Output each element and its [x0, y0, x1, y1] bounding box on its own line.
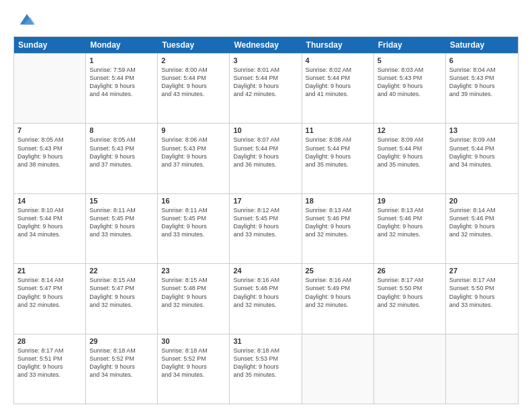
day-cell-2: 2Sunrise: 8:00 AMSunset: 5:44 PMDaylight… [158, 54, 230, 123]
day-cell-25: 25Sunrise: 8:16 AMSunset: 5:49 PMDayligh… [302, 264, 374, 333]
daylight-text-2: and 39 minutes. [449, 90, 515, 98]
sunrise-text: Sunrise: 8:08 AM [306, 136, 370, 144]
sunrise-text: Sunrise: 8:15 AM [89, 276, 154, 284]
daylight-text-1: Daylight: 9 hours [89, 363, 154, 371]
daylight-text-1: Daylight: 9 hours [233, 82, 298, 90]
sunset-text: Sunset: 5:46 PM [378, 214, 442, 222]
sunrise-text: Sunrise: 8:17 AM [17, 347, 82, 355]
sunset-text: Sunset: 5:44 PM [306, 74, 370, 82]
empty-cell [446, 334, 518, 404]
day-cell-26: 26Sunrise: 8:17 AMSunset: 5:50 PMDayligh… [374, 264, 446, 333]
daylight-text-1: Daylight: 9 hours [378, 222, 442, 230]
sunrise-text: Sunrise: 8:15 AM [161, 276, 226, 284]
sunset-text: Sunset: 5:44 PM [306, 144, 370, 152]
sunset-text: Sunset: 5:46 PM [449, 214, 515, 222]
day-number: 6 [449, 56, 515, 64]
day-number: 29 [89, 337, 154, 345]
empty-cell [302, 334, 374, 404]
daylight-text-2: and 40 minutes. [378, 90, 442, 98]
sunrise-text: Sunrise: 8:04 AM [449, 66, 515, 74]
day-cell-13: 13Sunrise: 8:09 AMSunset: 5:44 PMDayligh… [446, 124, 518, 193]
sunset-text: Sunset: 5:46 PM [306, 214, 370, 222]
daylight-text-1: Daylight: 9 hours [17, 293, 82, 301]
sunrise-text: Sunrise: 8:16 AM [306, 276, 370, 284]
sunset-text: Sunset: 5:43 PM [449, 74, 515, 82]
sunset-text: Sunset: 5:47 PM [89, 284, 154, 292]
day-cell-20: 20Sunrise: 8:14 AMSunset: 5:46 PMDayligh… [446, 194, 518, 263]
daylight-text-1: Daylight: 9 hours [306, 222, 370, 230]
daylight-text-1: Daylight: 9 hours [378, 293, 442, 301]
daylight-text-1: Daylight: 9 hours [449, 293, 515, 301]
sunset-text: Sunset: 5:43 PM [17, 144, 82, 152]
day-cell-12: 12Sunrise: 8:09 AMSunset: 5:44 PMDayligh… [374, 124, 446, 193]
daylight-text-1: Daylight: 9 hours [17, 152, 82, 161]
daylight-text-1: Daylight: 9 hours [161, 293, 226, 301]
day-number: 19 [378, 197, 442, 205]
sunrise-text: Sunrise: 8:17 AM [378, 276, 442, 284]
day-number: 23 [161, 267, 226, 275]
daylight-text-1: Daylight: 9 hours [161, 363, 226, 371]
daylight-text-2: and 38 minutes. [17, 161, 82, 169]
sunset-text: Sunset: 5:52 PM [89, 355, 154, 363]
week-row-3: 14Sunrise: 8:10 AMSunset: 5:44 PMDayligh… [14, 193, 518, 263]
day-cell-28: 28Sunrise: 8:17 AMSunset: 5:51 PMDayligh… [14, 334, 86, 404]
day-number: 24 [233, 267, 298, 275]
day-cell-21: 21Sunrise: 8:14 AMSunset: 5:47 PMDayligh… [14, 264, 86, 333]
daylight-text-2: and 37 minutes. [89, 161, 154, 169]
sunrise-text: Sunrise: 8:12 AM [233, 206, 298, 214]
daylight-text-2: and 37 minutes. [161, 161, 226, 169]
day-cell-14: 14Sunrise: 8:10 AMSunset: 5:44 PMDayligh… [14, 194, 86, 263]
day-number: 1 [89, 56, 154, 64]
sunrise-text: Sunrise: 8:02 AM [306, 66, 370, 74]
sunset-text: Sunset: 5:52 PM [161, 355, 226, 363]
daylight-text-2: and 32 minutes. [17, 301, 82, 309]
daylight-text-1: Daylight: 9 hours [17, 222, 82, 230]
sunset-text: Sunset: 5:44 PM [17, 214, 82, 222]
day-number: 11 [306, 126, 370, 134]
day-number: 27 [449, 267, 515, 275]
day-number: 2 [161, 56, 226, 64]
daylight-text-2: and 33 minutes. [161, 230, 226, 238]
day-cell-22: 22Sunrise: 8:15 AMSunset: 5:47 PMDayligh… [86, 264, 158, 333]
daylight-text-1: Daylight: 9 hours [89, 82, 154, 90]
sunrise-text: Sunrise: 8:07 AM [233, 136, 298, 144]
day-number: 13 [449, 126, 515, 134]
sunset-text: Sunset: 5:43 PM [378, 74, 442, 82]
daylight-text-2: and 32 minutes. [378, 301, 442, 309]
daylight-text-2: and 43 minutes. [161, 90, 226, 98]
empty-cell [14, 54, 86, 123]
week-row-2: 7Sunrise: 8:05 AMSunset: 5:43 PMDaylight… [14, 123, 518, 193]
daylight-text-2: and 34 minutes. [161, 371, 226, 379]
page-container: SundayMondayTuesdayWednesdayThursdayFrid… [0, 0, 532, 411]
sunrise-text: Sunrise: 8:09 AM [449, 136, 515, 144]
sunset-text: Sunset: 5:45 PM [161, 214, 226, 222]
day-cell-10: 10Sunrise: 8:07 AMSunset: 5:44 PMDayligh… [230, 124, 302, 193]
day-cell-6: 6Sunrise: 8:04 AMSunset: 5:43 PMDaylight… [446, 54, 518, 123]
sunrise-text: Sunrise: 8:14 AM [449, 206, 515, 214]
day-number: 8 [89, 126, 154, 134]
daylight-text-1: Daylight: 9 hours [449, 82, 515, 90]
empty-cell [374, 334, 446, 404]
day-number: 9 [161, 126, 226, 134]
day-cell-30: 30Sunrise: 8:18 AMSunset: 5:52 PMDayligh… [158, 334, 230, 404]
day-number: 4 [306, 56, 370, 64]
daylight-text-1: Daylight: 9 hours [306, 152, 370, 161]
daylight-text-2: and 41 minutes. [306, 90, 370, 98]
sunset-text: Sunset: 5:50 PM [449, 284, 515, 292]
day-cell-17: 17Sunrise: 8:12 AMSunset: 5:45 PMDayligh… [230, 194, 302, 263]
day-cell-5: 5Sunrise: 8:03 AMSunset: 5:43 PMDaylight… [374, 54, 446, 123]
daylight-text-1: Daylight: 9 hours [449, 152, 515, 161]
header-day-saturday: Saturday [446, 37, 518, 53]
day-cell-15: 15Sunrise: 8:11 AMSunset: 5:45 PMDayligh… [86, 194, 158, 263]
daylight-text-1: Daylight: 9 hours [378, 152, 442, 161]
day-cell-8: 8Sunrise: 8:05 AMSunset: 5:43 PMDaylight… [86, 124, 158, 193]
sunrise-text: Sunrise: 8:17 AM [449, 276, 515, 284]
daylight-text-2: and 32 minutes. [89, 301, 154, 309]
daylight-text-1: Daylight: 9 hours [233, 152, 298, 161]
calendar-body: 1Sunrise: 7:59 AMSunset: 5:44 PMDaylight… [14, 53, 518, 404]
day-cell-1: 1Sunrise: 7:59 AMSunset: 5:44 PMDaylight… [86, 54, 158, 123]
sunset-text: Sunset: 5:44 PM [449, 144, 515, 152]
sunrise-text: Sunrise: 8:10 AM [17, 206, 82, 214]
logo-icon [17, 11, 36, 30]
daylight-text-2: and 32 minutes. [306, 301, 370, 309]
